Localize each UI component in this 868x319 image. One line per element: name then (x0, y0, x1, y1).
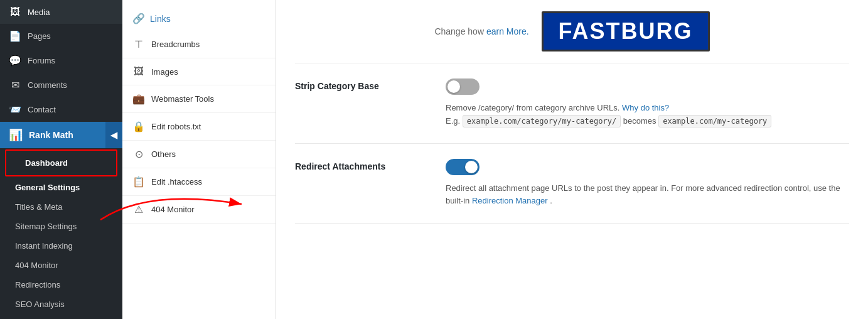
strip-category-knob (447, 80, 460, 93)
rank-math-icon: 📊 (9, 128, 23, 142)
left-panel: 🔗 Links ⊤ Breadcrumbs 🖼 Images 💼 Webmast… (122, 0, 276, 319)
webmaster-icon: 💼 (132, 93, 145, 105)
redirect-description: Redirect all attachment page URLs to the… (446, 182, 849, 208)
fastburg-logo: FASTBURG (542, 11, 710, 51)
sidebar-item-comments[interactable]: ✉ Comments (0, 73, 122, 97)
sidebar-item-contact[interactable]: 📨 Contact (0, 97, 122, 122)
strip-category-toggle[interactable] (446, 78, 480, 95)
images-label: Images (151, 67, 178, 77)
monitor-icon: ⚠ (132, 203, 145, 215)
forums-icon: 💬 (9, 55, 21, 67)
general-settings-label: General Settings (15, 183, 80, 192)
sidebar-label-pages: Pages (28, 31, 51, 41)
others-icon: ⊙ (132, 148, 145, 160)
code-before: example.com/category/my-category/ (463, 115, 621, 127)
panel-item-breadcrumbs[interactable]: ⊤ Breadcrumbs (122, 31, 276, 58)
comments-icon: ✉ (9, 79, 21, 91)
others-label: Others (151, 149, 176, 159)
sidebar-item-forums[interactable]: 💬 Forums (0, 48, 122, 73)
why-do-this-link[interactable]: Why do this? (622, 103, 669, 112)
sidebar: 🖼 Media 📄 Pages 💬 Forums ✉ Comments 📨 Co… (0, 0, 122, 319)
seo-analysis-label: SEO Analysis (15, 300, 65, 309)
sidebar-label-forums: Forums (28, 56, 55, 65)
titles-meta-label: Titles & Meta (15, 202, 62, 212)
learn-more-link[interactable]: earn More. (486, 26, 529, 36)
media-icon: 🖼 (9, 6, 21, 18)
htaccess-icon: 📋 (132, 176, 145, 188)
dashboard-box: Dashboard (5, 149, 117, 176)
redirections-label: Redirections (15, 280, 60, 289)
contact-icon: 📨 (9, 104, 21, 116)
pages-icon: 📄 (9, 30, 21, 42)
submenu-item-dashboard[interactable]: Dashboard (10, 153, 112, 173)
submenu-item-404-monitor[interactable]: 404 Monitor (0, 256, 122, 275)
links-label: Links (150, 14, 171, 24)
submenu-item-titles-meta[interactable]: Titles & Meta (0, 197, 122, 217)
rank-math-label: Rank Math (29, 130, 73, 140)
robots-icon: 🔒 (132, 121, 145, 132)
panel-item-images[interactable]: 🖼 Images (122, 58, 276, 85)
redirect-toggle[interactable] (446, 159, 480, 175)
sidebar-label-comments: Comments (28, 80, 67, 90)
submenu-item-redirections[interactable]: Redirections (0, 275, 122, 295)
redirection-manager-link[interactable]: Redirection Manager (472, 196, 548, 205)
submenu-item-sitemap[interactable]: Sitemap Settings (0, 217, 122, 236)
webmaster-label: Webmaster Tools (151, 94, 214, 104)
panel-item-edit-robots[interactable]: 🔒 Edit robots.txt (122, 113, 276, 141)
robots-label: Edit robots.txt (151, 122, 201, 131)
panel-item-404-monitor[interactable]: ⚠ 404 Monitor (122, 196, 276, 224)
top-banner: Change how earn More. FASTBURG (295, 0, 849, 63)
images-icon: 🖼 (132, 66, 145, 77)
submenu-item-general-settings[interactable]: General Settings (0, 178, 122, 197)
right-panel: Change how earn More. FASTBURG Strip Cat… (276, 0, 868, 319)
breadcrumbs-label: Breadcrumbs (151, 40, 200, 49)
dashboard-label: Dashboard (25, 158, 68, 168)
code-after: example.com/my-category (658, 115, 771, 127)
sidebar-item-pages[interactable]: 📄 Pages (0, 24, 122, 48)
instant-indexing-label: Instant Indexing (15, 241, 73, 251)
404-monitor-label: 404 Monitor (15, 261, 58, 270)
strip-category-label: Strip Category Base (295, 78, 421, 91)
panel-item-edit-htaccess[interactable]: 📋 Edit .htaccess (122, 168, 276, 196)
links-section-header: 🔗 Links (122, 6, 276, 31)
strip-category-base-row: Strip Category Base Remove /category/ fr… (295, 63, 849, 144)
sidebar-item-rank-math[interactable]: 📊 Rank Math ◀ (0, 122, 122, 148)
redirect-right: Redirect all attachment page URLs to the… (446, 159, 849, 208)
redirect-knob (465, 161, 478, 173)
sidebar-label-contact: Contact (28, 105, 56, 114)
redirect-attachments-row: Redirect Attachments Redirect all attach… (295, 144, 849, 224)
redirect-label: Redirect Attachments (295, 159, 421, 171)
monitor-label: 404 Monitor (151, 205, 195, 214)
strip-category-right: Remove /category/ from category archive … (446, 78, 849, 128)
main-content: 🔗 Links ⊤ Breadcrumbs 🖼 Images 💼 Webmast… (122, 0, 868, 319)
htaccess-label: Edit .htaccess (151, 177, 202, 187)
submenu-item-seo-analysis[interactable]: SEO Analysis (0, 295, 122, 314)
strip-category-description: Remove /category/ from category archive … (446, 102, 849, 128)
banner-text: Change how earn More. (434, 26, 528, 36)
breadcrumbs-icon: ⊤ (132, 38, 145, 50)
sidebar-label-media: Media (28, 8, 50, 17)
sitemap-label: Sitemap Settings (15, 222, 77, 231)
panel-item-others[interactable]: ⊙ Others (122, 141, 276, 168)
sidebar-item-media[interactable]: 🖼 Media (0, 0, 122, 24)
submenu-item-instant-indexing[interactable]: Instant Indexing (0, 236, 122, 256)
panel-item-webmaster-tools[interactable]: 💼 Webmaster Tools (122, 85, 276, 113)
collapse-arrow-icon[interactable]: ◀ (105, 122, 122, 148)
links-icon: 🔗 (132, 13, 145, 24)
